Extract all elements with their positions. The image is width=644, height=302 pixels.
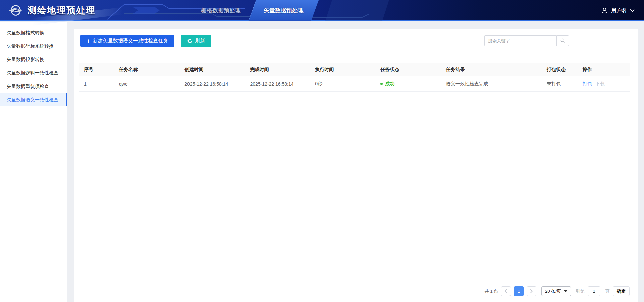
pagination: 共 1 条 1 20 条/页 到第 页 确定 [485,286,630,296]
sidebar: 矢量数据格式转换 矢量数据坐标系统转换 矢量数据投影转换 矢量数据逻辑一致性检查… [0,22,67,302]
content-card: + 新建矢量数据语义一致性检查任务 刷新 [74,29,638,302]
col-index: 序号 [79,63,114,76]
cell-finished-time: 2025-12-22 16:58:14 [246,76,311,92]
col-actions: 操作 [578,63,630,76]
col-task-name: 任务名称 [114,63,180,76]
sidebar-item-logic-consistency-check[interactable]: 矢量数据逻辑一致性检查 [0,66,67,80]
brand: 测绘地理预处理 [8,0,96,21]
tab-vector-preprocessing[interactable]: 矢量数据预处理 [252,0,315,21]
table-header-row: 序号 任务名称 创建时间 完成时间 执行时间 任务状态 任务结果 打包状态 操作 [79,63,630,76]
search-button[interactable] [556,35,569,46]
table-row: 1 qwe 2025-12-22 16:58:14 2025-12-22 16:… [79,76,630,92]
prev-page-button[interactable] [501,286,511,296]
tab-raster-preprocessing[interactable]: 栅格数据预处理 [190,0,252,21]
col-package-status: 打包状态 [542,63,578,76]
refresh-icon [187,38,193,44]
goto-suffix-label: 页 [605,288,610,294]
goto-confirm-button[interactable]: 确定 [613,286,630,296]
app-title: 测绘地理预处理 [28,4,96,16]
sidebar-item-format-conversion[interactable]: 矢量数据格式转换 [0,26,67,39]
sidebar-item-semantic-consistency-check[interactable]: 矢量数据语义一致性检查 [0,93,67,106]
app-header: 测绘地理预处理 栅格数据预处理 矢量数据预处理 用户名 [0,0,644,21]
cell-duration: 0秒 [310,76,376,92]
next-page-button[interactable] [527,286,536,296]
col-result: 任务结果 [441,63,542,76]
search-icon [560,38,566,43]
chevron-right-icon [530,289,533,293]
cell-index: 1 [79,76,114,92]
task-table: 序号 任务名称 创建时间 完成时间 执行时间 任务状态 任务结果 打包状态 操作… [79,63,630,92]
cell-package-status: 未打包 [542,76,578,92]
new-task-button[interactable]: + 新建矢量数据语义一致性检查任务 [80,35,174,47]
page-size-label: 20 条/页 [545,288,561,294]
user-name: 用户名 [611,7,627,14]
page-1-button[interactable]: 1 [514,286,524,296]
chevron-left-icon [504,289,507,293]
package-link[interactable]: 打包 [583,81,592,86]
total-count-label: 共 1 条 [485,288,498,294]
page-size-select[interactable]: 20 条/页 [541,286,571,296]
cell-status: 成功 [376,76,441,92]
status-text: 成功 [385,81,394,86]
status-dot [380,83,383,85]
refresh-button-label: 刷新 [195,38,205,44]
tab-label: 矢量数据预处理 [264,7,304,14]
goto-page-input[interactable] [588,286,600,296]
caret-down-icon [564,290,567,292]
sidebar-item-projection-conversion[interactable]: 矢量数据投影转换 [0,53,67,66]
user-menu[interactable]: 用户名 [601,0,635,21]
search-group [484,35,569,46]
goto-prefix-label: 到第 [576,288,585,294]
col-duration: 执行时间 [310,63,376,76]
search-input[interactable] [484,35,556,46]
sidebar-item-coordinate-conversion[interactable]: 矢量数据坐标系统转换 [0,39,67,53]
cell-actions: 打包下载 [578,76,630,92]
refresh-button[interactable]: 刷新 [181,35,211,47]
col-status: 任务状态 [376,63,441,76]
toolbar: + 新建矢量数据语义一致性检查任务 刷新 [74,29,638,53]
download-link[interactable]: 下载 [595,81,605,86]
new-task-button-label: 新建矢量数据语义一致性检查任务 [93,38,168,44]
cell-result: 语义一致性检查完成 [441,76,542,92]
person-icon [601,7,608,14]
top-tabs: 栅格数据预处理 矢量数据预处理 [190,0,315,21]
plus-icon: + [87,38,90,44]
chevron-down-icon [630,9,635,12]
col-created-time: 创建时间 [180,63,245,76]
sidebar-item-duplicate-check[interactable]: 矢量数据重复项检查 [0,80,67,93]
cell-created-time: 2025-12-22 16:58:14 [180,76,245,92]
cell-task-name: qwe [114,76,180,92]
col-finished-time: 完成时间 [246,63,311,76]
task-table-wrap: 序号 任务名称 创建时间 完成时间 执行时间 任务状态 任务结果 打包状态 操作… [74,53,638,92]
app-logo-icon [8,3,23,18]
tab-label: 栅格数据预处理 [201,7,241,14]
